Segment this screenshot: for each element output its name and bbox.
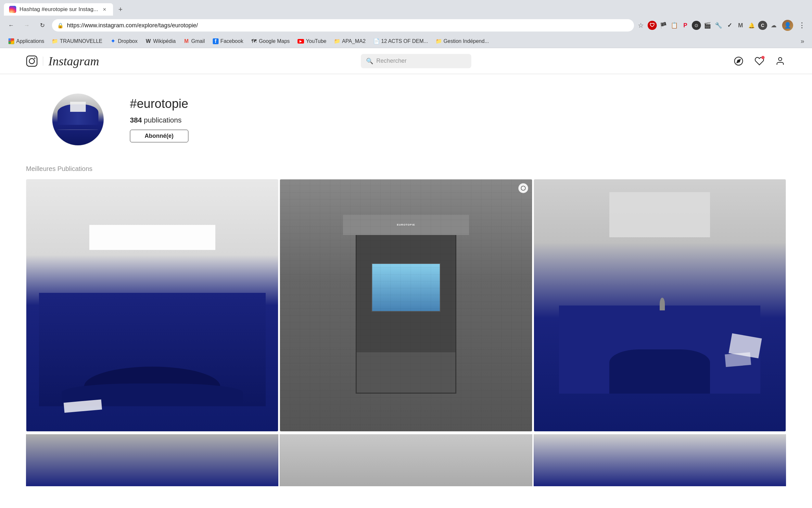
tab-bar: Hashtag #eurotopie sur Instag... ✕ + xyxy=(0,0,812,16)
svg-point-1 xyxy=(29,58,35,64)
bookmark-dropbox[interactable]: ✦ Dropbox xyxy=(107,37,141,45)
bookmark-12acts-label: 12 ACTS OF DEM... xyxy=(381,38,428,44)
bookmark-gestion[interactable]: 📁 Gestion Indépend... xyxy=(433,37,492,45)
post-bottom-3[interactable] xyxy=(534,434,786,486)
reload-button[interactable]: ↻ xyxy=(36,19,48,31)
facebook-icon: f xyxy=(213,38,219,44)
ext-check-icon[interactable]: ✓ xyxy=(725,21,734,30)
browser-menu-button[interactable]: ⋮ xyxy=(797,20,807,31)
url-domain: instagram.com xyxy=(98,22,137,29)
bookmark-applications[interactable]: Applications xyxy=(5,37,47,45)
posts-grid: EUROTOPIE xyxy=(0,179,812,432)
ext-flag-icon[interactable]: 🏴 xyxy=(659,21,668,30)
page-content: Instagram 🔍 xyxy=(0,48,812,508)
user-avatar[interactable]: 👤 xyxy=(782,20,793,31)
address-bar: ← → ↻ 🔒 https://www.instagram.com/explor… xyxy=(0,16,812,35)
folder-icon: 📁 xyxy=(52,38,58,44)
ext-m-icon[interactable]: M xyxy=(736,21,745,30)
bookmark-wikipedia-label: Wikipédia xyxy=(153,38,176,44)
bookmarks-more-button[interactable]: » xyxy=(798,36,807,46)
instagram-header: Instagram 🔍 xyxy=(0,48,812,74)
bookmarks-bar: Applications 📁 TRAUMNOVELLE ✦ Dropbox W … xyxy=(0,35,812,48)
bookmark-apa-label: APA_MA2 xyxy=(342,38,366,44)
bookmark-star-icon[interactable]: ☆ xyxy=(638,22,644,29)
profile-icon[interactable] xyxy=(774,55,786,67)
back-button[interactable]: ← xyxy=(5,19,17,31)
ext-c-icon[interactable]: C xyxy=(758,21,767,30)
publications-number: 384 xyxy=(130,116,142,124)
publications-label: publications xyxy=(144,116,182,124)
post-card-2[interactable]: EUROTOPIE xyxy=(280,179,532,432)
bookmark-applications-label: Applications xyxy=(16,38,44,44)
bookmark-traumnovelle-label: TRAUMNOVELLE xyxy=(60,38,102,44)
new-tab-button[interactable]: + xyxy=(114,3,127,15)
hashtag-avatar xyxy=(52,94,104,145)
heart-icon[interactable] xyxy=(754,55,765,67)
active-tab[interactable]: Hashtag #eurotopie sur Instag... ✕ xyxy=(4,3,113,15)
maps-icon: 🗺 xyxy=(251,38,257,44)
instagram-wordmark: Instagram xyxy=(48,54,99,68)
ext-pinterest-icon[interactable]: P xyxy=(681,21,690,30)
subscribe-button[interactable]: Abonné(e) xyxy=(130,130,188,142)
instagram-page: Instagram 🔍 xyxy=(0,48,812,486)
bookmark-gestion-label: Gestion Indépend... xyxy=(444,38,489,44)
section-label: Meilleures Publications xyxy=(0,165,812,179)
svg-point-2 xyxy=(34,57,35,59)
svg-point-6 xyxy=(521,186,525,190)
bookmark-facebook-label: Facebook xyxy=(221,38,243,44)
forward-button[interactable]: → xyxy=(21,19,33,31)
bookmark-youtube[interactable]: ▶ YouTube xyxy=(294,37,330,45)
search-bar[interactable]: 🔍 xyxy=(361,54,471,68)
logo-area: Instagram xyxy=(26,54,99,68)
ext-bell-icon[interactable]: 🔔 xyxy=(747,21,756,30)
post-overlay-icon xyxy=(518,183,528,193)
bookmark-gmail-label: Gmail xyxy=(191,38,205,44)
ext-doc-icon[interactable]: 📋 xyxy=(670,21,679,30)
ext-tool-icon[interactable]: 🔧 xyxy=(714,21,723,30)
url-path: /explore/tags/eurotopie/ xyxy=(137,22,198,29)
tab-title: Hashtag #eurotopie sur Instag... xyxy=(19,6,98,13)
post-bottom-2[interactable] xyxy=(280,434,532,486)
hashtag-count: 384 publications xyxy=(130,116,188,125)
gestion-folder-icon: 📁 xyxy=(436,38,442,44)
post-card-1[interactable] xyxy=(26,179,278,432)
bottom-posts-row xyxy=(0,433,812,486)
url-text: https://www.instagram.com/explore/tags/e… xyxy=(67,22,629,29)
search-icon: 🔍 xyxy=(366,57,373,65)
bookmark-gmail[interactable]: M Gmail xyxy=(180,37,208,45)
security-lock-icon: 🔒 xyxy=(57,23,64,29)
youtube-icon: ▶ xyxy=(297,39,304,44)
ext-adblock-icon[interactable]: 🛡 xyxy=(648,21,657,30)
bookmark-wikipedia[interactable]: W Wikipédia xyxy=(142,37,179,45)
bookmark-youtube-label: YouTube xyxy=(306,38,326,44)
svg-marker-4 xyxy=(737,59,741,63)
bookmark-traumnovelle[interactable]: 📁 TRAUMNOVELLE xyxy=(49,37,105,45)
bookmark-apa-ma2[interactable]: 📁 APA_MA2 xyxy=(331,37,369,45)
compass-icon[interactable] xyxy=(733,55,745,67)
apa-folder-icon: 📁 xyxy=(334,38,340,44)
hashtag-profile: #eurotopie 384 publications Abonné(e) xyxy=(0,74,812,165)
post-card-3[interactable] xyxy=(534,179,786,432)
bookmark-facebook[interactable]: f Facebook xyxy=(209,37,246,45)
ext-camera-icon[interactable]: 🎬 xyxy=(703,21,712,30)
gmail-icon: M xyxy=(184,38,189,44)
bookmark-maps-label: Google Maps xyxy=(259,38,290,44)
url-bar[interactable]: 🔒 https://www.instagram.com/explore/tags… xyxy=(52,19,634,32)
extensions-area: 🛡 🏴 📋 P ⊙ 🎬 🔧 ✓ M 🔔 C ☁ xyxy=(648,21,778,30)
post-bottom-1[interactable] xyxy=(26,434,278,486)
bookmark-google-maps[interactable]: 🗺 Google Maps xyxy=(248,37,293,45)
tab-close-button[interactable]: ✕ xyxy=(101,6,108,13)
doc-icon: 📄 xyxy=(374,38,379,44)
apps-icon xyxy=(8,38,14,44)
ext-dark-icon[interactable]: ⊙ xyxy=(692,21,701,30)
browser-window: Hashtag #eurotopie sur Instag... ✕ + ← →… xyxy=(0,0,812,508)
search-input[interactable] xyxy=(376,57,466,65)
svg-rect-0 xyxy=(27,56,37,66)
bookmark-12-acts[interactable]: 📄 12 ACTS OF DEM... xyxy=(370,37,431,45)
ext-cloud-icon[interactable]: ☁ xyxy=(769,21,778,30)
navigation-icons xyxy=(733,55,786,67)
svg-point-5 xyxy=(778,57,782,60)
hashtag-info: #eurotopie 384 publications Abonné(e) xyxy=(130,97,188,142)
notification-dot xyxy=(761,56,765,59)
instagram-camera-icon xyxy=(26,55,38,67)
